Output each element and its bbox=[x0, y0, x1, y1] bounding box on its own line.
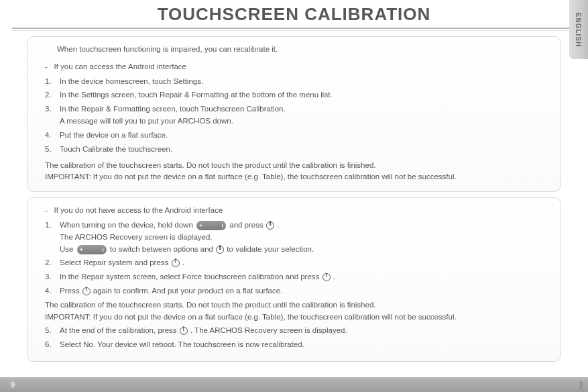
condition-line: - If you do not have access to the Andro… bbox=[45, 205, 550, 217]
step-text: and press bbox=[229, 221, 266, 229]
step-subtext: Use + ı to switch between options and to… bbox=[60, 244, 550, 256]
condition-text: If you can access the Android interface bbox=[54, 62, 186, 70]
power-icon bbox=[82, 287, 91, 295]
list-item: 2. Select Repair system and press . bbox=[45, 257, 550, 269]
step-text: again to confirm. And put your product o… bbox=[93, 287, 283, 295]
minus-icon: ı bbox=[102, 245, 104, 254]
step-text: Use bbox=[60, 245, 76, 253]
step-subtext: A message will tell you to put your ARCH… bbox=[60, 115, 550, 128]
dash: - bbox=[45, 62, 48, 70]
title-bar: TOUCHSCREEN CALIBRATION bbox=[0, 0, 588, 31]
step-text: Touch Calibrate the touchscreen. bbox=[60, 145, 172, 153]
list-item: 4. Put the device on a flat surface. bbox=[45, 130, 550, 142]
step-text: Press bbox=[60, 287, 82, 295]
step-text: to validate your selection. bbox=[227, 245, 314, 253]
dash: - bbox=[45, 206, 48, 214]
condition-text: If you do not have access to the Android… bbox=[54, 206, 223, 214]
step-number: 4. bbox=[45, 130, 57, 142]
volume-rocker-icon: + ı bbox=[77, 245, 107, 254]
step-number: 3. bbox=[45, 271, 57, 283]
plus-icon: + bbox=[80, 245, 83, 254]
step-number: 2. bbox=[45, 257, 57, 269]
step-text: . The ARCHOS Recovery screen is displaye… bbox=[190, 326, 347, 334]
power-icon bbox=[266, 222, 274, 230]
step-text: In the Settings screen, touch Repair & F… bbox=[60, 91, 333, 99]
step-text: Select Repair system and press bbox=[60, 258, 171, 266]
step-number: 1. bbox=[45, 76, 57, 88]
list-item: 2. In the Settings screen, touch Repair … bbox=[45, 89, 550, 101]
step-number: 5. bbox=[45, 144, 57, 156]
step-text: . bbox=[277, 221, 279, 229]
list-item: 1. In the device homescreen, touch Setti… bbox=[45, 76, 550, 88]
note-text: The calibration of the touchscreen start… bbox=[45, 160, 550, 172]
step-subtext: The ARCHOS Recovery screen is displayed. bbox=[60, 232, 550, 244]
steps-list: 1. When turning on the device, hold down… bbox=[45, 219, 550, 297]
section-no-access: - If you do not have access to the Andro… bbox=[27, 197, 561, 362]
step-text: When turning on the device, hold down bbox=[60, 221, 195, 229]
footer-bar: 9 )))) bbox=[0, 377, 588, 392]
volume-rocker-icon: + ı bbox=[196, 221, 226, 230]
note-text: IMPORTANT: If you do not put the device … bbox=[45, 311, 550, 324]
list-item: 5. Touch Calibrate the touchscreen. bbox=[45, 144, 550, 156]
step-number: 4. bbox=[45, 285, 57, 297]
condition-line: - If you can access the Android interfac… bbox=[45, 61, 550, 73]
step-text: In the Repair system screen, select Forc… bbox=[60, 273, 322, 281]
list-item: 5. At the end of the calibration, press … bbox=[45, 325, 550, 337]
step-number: 3. bbox=[45, 103, 57, 115]
step-text: At the end of the calibration, press bbox=[60, 326, 179, 334]
decorative-wave-icon: )))) bbox=[579, 380, 581, 389]
step-number: 6. bbox=[45, 339, 57, 351]
power-icon bbox=[216, 246, 224, 254]
step-text: Put the device on a flat surface. bbox=[60, 131, 168, 139]
page-number: 9 bbox=[11, 381, 15, 389]
power-icon bbox=[322, 273, 331, 281]
step-text: In the Repair & Formatting screen, touch… bbox=[60, 105, 286, 113]
minus-icon: ı bbox=[222, 221, 224, 230]
step-number: 1. bbox=[45, 219, 57, 232]
intro-text: When touchscreen functioning is impaired… bbox=[57, 44, 550, 56]
section-accessible: When touchscreen functioning is impaired… bbox=[27, 36, 561, 192]
note-text: IMPORTANT: If you do not put the device … bbox=[45, 171, 550, 183]
step-number: 2. bbox=[45, 89, 57, 101]
step-text: to switch between options and bbox=[110, 245, 215, 253]
list-item: 3. In the Repair system screen, select F… bbox=[45, 271, 550, 283]
list-item: 3. In the Repair & Formatting screen, to… bbox=[45, 103, 550, 128]
page-title: TOUCHSCREEN CALIBRATION bbox=[0, 4, 588, 25]
step-text: . bbox=[333, 273, 335, 281]
step-text: . bbox=[182, 258, 184, 266]
step-text: In the device homescreen, touch Settings… bbox=[60, 77, 203, 85]
list-item: 1. When turning on the device, hold down… bbox=[45, 219, 550, 255]
divider bbox=[12, 28, 576, 29]
list-item: 4. Press again to confirm. And put your … bbox=[45, 285, 550, 297]
step-text: Select No. Your device will reboot. The … bbox=[60, 340, 304, 348]
list-item: 6. Select No. Your device will reboot. T… bbox=[45, 339, 550, 351]
power-icon bbox=[180, 327, 188, 335]
power-icon bbox=[172, 259, 180, 267]
steps-list: 1. In the device homescreen, touch Setti… bbox=[45, 76, 550, 156]
steps-list: 5. At the end of the calibration, press … bbox=[45, 325, 550, 351]
note-text: The calibration of the touchscreen start… bbox=[45, 299, 550, 311]
plus-icon: + bbox=[199, 221, 202, 230]
step-number: 5. bbox=[45, 325, 57, 337]
